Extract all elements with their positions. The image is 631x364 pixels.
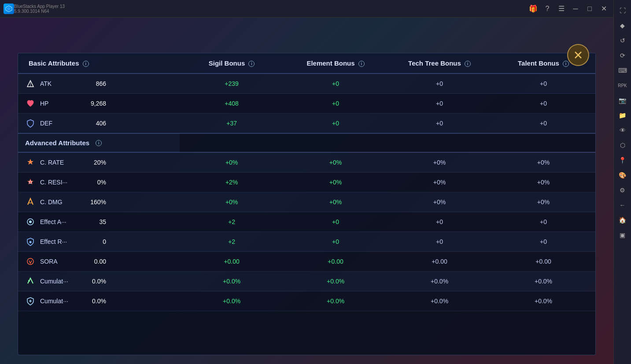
sigil-bonus-cell: +0% — [180, 192, 284, 212]
sidebar-eye-icon[interactable]: 👁 — [616, 123, 630, 137]
main-content: Basic Attributes i Sigil Bonus i Element… — [0, 18, 613, 364]
app-logo — [4, 4, 14, 14]
sidebar-back-icon[interactable]: ← — [616, 198, 630, 212]
tech-bonus-cell: +0 — [387, 74, 491, 94]
talent-bonus-cell: +0 — [491, 232, 595, 252]
element-bonus-cell: +0% — [284, 152, 387, 173]
sigil-bonus-cell: +0.0% — [180, 291, 284, 311]
attr-name-cell: Cumulat··· 0.0% — [18, 272, 180, 291]
table-row: Cumulat··· 0.0% +0.0%+0.0%+0.0%+0.0% — [18, 272, 595, 291]
attr-name-cell: HP 9,268 — [18, 94, 180, 113]
tech-bonus-cell: +0 — [387, 212, 491, 232]
tech-tree-info-icon[interactable]: i — [465, 61, 471, 67]
sigil-bonus-cell: +0.0% — [180, 272, 284, 291]
tech-bonus-cell: +0% — [387, 152, 491, 173]
element-bonus-cell: +0.0% — [284, 291, 387, 311]
table-row: Effect A··· 35 +2+0+0+0 — [18, 212, 595, 232]
stats-panel: Basic Attributes i Sigil Bonus i Element… — [18, 53, 596, 355]
svg-point-8 — [29, 221, 32, 223]
attr-base-value: 0.0% — [80, 298, 106, 305]
sigil-bonus-cell: +239 — [180, 74, 284, 94]
sidebar-rpk-icon[interactable]: RPK — [616, 78, 630, 92]
attr-base-value: 35 — [80, 218, 106, 225]
sidebar-keyboard-icon[interactable]: ⌨ — [616, 63, 630, 77]
attr-name: Effect R··· — [40, 238, 75, 245]
advanced-section-header: Advanced Attributes i — [18, 133, 595, 152]
sidebar-paint-icon[interactable]: 🎨 — [616, 168, 630, 182]
basic-attr-info-icon[interactable]: i — [83, 61, 89, 67]
advanced-attr-info-icon[interactable]: i — [96, 140, 102, 146]
attr-name-cell: DEF 406 — [18, 114, 180, 133]
sidebar-fullscreen-icon[interactable]: ⛶ — [616, 4, 630, 18]
gift-button[interactable]: 🎁 — [527, 3, 539, 15]
attr-icon — [25, 296, 36, 306]
attr-base-value: 20% — [80, 159, 106, 166]
maximize-button[interactable]: □ — [583, 3, 596, 15]
attr-icon — [25, 177, 36, 188]
attr-base-value: 0.0% — [80, 278, 106, 285]
sidebar-apps-icon[interactable]: ▣ — [616, 228, 630, 242]
table-row: Effect R··· 0 +2+0+0+0 — [18, 232, 595, 252]
attr-icon — [25, 118, 36, 129]
element-bonus-cell: +0.0% — [284, 272, 387, 291]
titlebar-title: BlueStacks App Player 13 5.9.300.1014 N6… — [14, 4, 527, 14]
element-bonus-cell: +0 — [284, 232, 387, 252]
table-row: Cumulat··· 0.0% +0.0%+0.0%+0.0%+0.0% — [18, 291, 595, 311]
attr-name-cell: Cumulat··· 0.0% — [18, 291, 180, 311]
sigil-bonus-info-icon[interactable]: i — [248, 61, 255, 67]
attr-name: Cumulat··· — [40, 298, 75, 305]
sidebar-folder-icon[interactable]: 📁 — [616, 108, 630, 122]
attr-name: ATK — [40, 80, 75, 87]
element-bonus-cell: +0 — [284, 114, 387, 134]
talent-bonus-cell: +0 — [491, 212, 595, 232]
table-row: C. RESI··· 0% +2%+0%+0%+0% — [18, 173, 595, 192]
table-row: C. RATE 20% +0%+0%+0%+0% — [18, 152, 595, 173]
attr-name: C. DMG — [40, 199, 75, 206]
attr-icon — [25, 197, 36, 207]
sidebar-location-icon[interactable]: 📍 — [616, 153, 630, 167]
table-container[interactable]: Basic Attributes i Sigil Bonus i Element… — [18, 53, 595, 355]
talent-bonus-cell: +0.00 — [491, 252, 595, 272]
close-window-button[interactable]: ✕ — [598, 3, 610, 15]
table-header-row: Basic Attributes i Sigil Bonus i Element… — [18, 53, 595, 74]
minimize-button[interactable]: ─ — [569, 3, 582, 15]
right-sidebar: ⛶ ◆ ↺ ⟳ ⌨ RPK 📷 📁 👁 ⬡ 📍 🎨 ⚙ ← 🏠 ▣ — [613, 0, 631, 364]
attr-name: HP — [40, 100, 75, 107]
sidebar-layers-icon[interactable]: ⬡ — [616, 138, 630, 152]
sidebar-rotate-icon[interactable]: ↺ — [616, 33, 630, 48]
attr-icon — [25, 236, 36, 247]
close-panel-button[interactable] — [567, 44, 589, 66]
table-row: HP 9,268 +408+0+0+0 — [18, 94, 595, 114]
attr-name-cell: C. RESI··· 0% — [18, 173, 180, 192]
col-tech-tree-bonus: Tech Tree Bonus i — [387, 53, 491, 74]
menu-button[interactable]: ☰ — [555, 3, 568, 15]
table-row: SORA 0.00 +0.00+0.00+0.00+0.00 — [18, 252, 595, 272]
talent-bonus-cell: +0% — [491, 192, 595, 212]
attr-base-value: 9,268 — [80, 100, 106, 107]
attr-base-value: 0% — [80, 179, 106, 186]
attr-base-value: 866 — [80, 80, 106, 87]
sidebar-gamepad-icon[interactable]: ◆ — [616, 18, 630, 33]
attr-name-cell: C. DMG 160% — [18, 192, 180, 212]
element-bonus-cell: +0 — [284, 94, 387, 114]
element-bonus-info-icon[interactable]: i — [358, 61, 365, 67]
help-button[interactable]: ? — [541, 3, 554, 15]
talent-bonus-info-icon[interactable]: i — [563, 61, 569, 67]
attr-name: C. RATE — [40, 159, 75, 166]
tech-bonus-cell: +0 — [387, 114, 491, 134]
attr-base-value: 160% — [80, 199, 106, 206]
attr-icon — [25, 217, 36, 227]
col-element-bonus: Element Bonus i — [284, 53, 387, 74]
tech-bonus-cell: +0.00 — [387, 252, 491, 272]
sidebar-screenshot-icon[interactable]: 📷 — [616, 93, 630, 107]
tech-bonus-cell: +0% — [387, 192, 491, 212]
sidebar-settings-icon[interactable]: ⚙ — [616, 183, 630, 197]
sigil-bonus-cell: +2% — [180, 173, 284, 192]
attr-icon — [25, 256, 36, 267]
attr-base-value: 406 — [80, 120, 106, 127]
sidebar-home-icon[interactable]: 🏠 — [616, 213, 630, 227]
svg-point-10 — [28, 280, 30, 282]
sidebar-refresh-icon[interactable]: ⟳ — [616, 48, 630, 63]
col-sigil-bonus: Sigil Bonus i — [180, 53, 284, 74]
tech-bonus-cell: +0% — [387, 173, 491, 192]
